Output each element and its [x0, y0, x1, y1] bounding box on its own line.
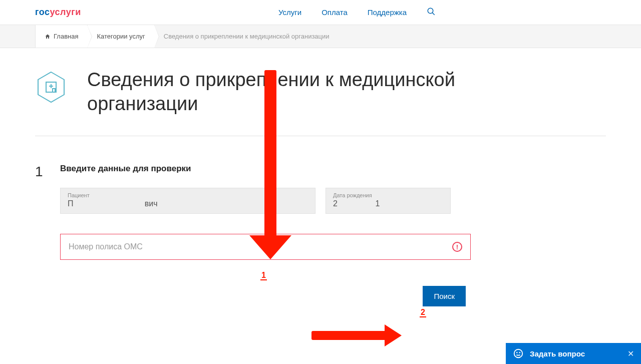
svg-point-7: [514, 349, 523, 358]
svg-point-0: [428, 8, 433, 14]
chat-widget[interactable]: Задать вопрос ✕: [506, 343, 641, 364]
main-content: Сведения о прикреплении к медицинской ор…: [0, 48, 641, 306]
svg-line-1: [432, 13, 435, 15]
breadcrumb: Главная Категории услуг Сведения о прикр…: [0, 25, 641, 48]
site-header: госуслуги Услуги Оплата Поддержка: [0, 0, 641, 25]
step-1-title: Введите данные для проверки: [60, 164, 471, 174]
breadcrumb-home-label: Главная: [54, 33, 78, 40]
svg-rect-6: [53, 89, 55, 92]
nav-support[interactable]: Поддержка: [368, 8, 407, 17]
dob-field: Дата рождения 2 1: [326, 188, 451, 214]
title-row: Сведения о прикреплении к медицинской ор…: [35, 68, 606, 116]
submit-row: Поиск: [60, 286, 471, 306]
breadcrumb-categories-label: Категории услуг: [97, 33, 145, 40]
annotation-arrow-2-body: [311, 331, 387, 340]
patient-field-value: П вич: [68, 199, 308, 208]
section-divider: [35, 136, 606, 136]
step-1-block: Введите данные для проверки Пациент П ви…: [60, 164, 471, 306]
readonly-fields-row: Пациент П вич Дата рождения 2 1: [60, 188, 471, 214]
breadcrumb-current: Сведения о прикреплении к медицинской ор…: [155, 25, 339, 48]
search-button[interactable]: Поиск: [423, 286, 466, 306]
policy-input-row: !: [60, 234, 471, 260]
annotation-label-2: 2: [420, 308, 426, 317]
policy-number-input[interactable]: [69, 242, 452, 251]
dob-field-label: Дата рождения: [333, 192, 443, 198]
top-nav: Услуги Оплата Поддержка: [278, 7, 436, 18]
home-icon: [45, 34, 51, 40]
breadcrumb-current-label: Сведения о прикреплении к медицинской ор…: [164, 33, 330, 40]
nav-services[interactable]: Услуги: [278, 8, 301, 17]
step-1: 1 Введите данные для проверки Пациент П …: [35, 164, 606, 306]
chat-face-icon: [513, 348, 524, 359]
step-1-number: 1: [35, 164, 45, 180]
breadcrumb-categories[interactable]: Категории услуг: [88, 25, 154, 48]
chat-close-icon[interactable]: ✕: [627, 349, 634, 358]
svg-point-8: [517, 352, 517, 353]
error-exclamation-icon: !: [452, 242, 462, 252]
nav-payment[interactable]: Оплата: [322, 8, 348, 17]
breadcrumb-home[interactable]: Главная: [35, 25, 88, 48]
dob-field-value: 2 1: [333, 199, 443, 208]
patient-field: Пациент П вич: [60, 188, 315, 214]
svg-point-9: [519, 352, 520, 353]
chat-widget-label: Задать вопрос: [530, 349, 621, 358]
page-title: Сведения о прикреплении к медицинской ор…: [87, 68, 538, 116]
service-hex-icon: [35, 71, 67, 103]
annotation-arrow-2-head: [385, 324, 402, 346]
logo-part-uslugi: услуги: [50, 7, 81, 17]
search-icon[interactable]: [427, 7, 436, 18]
logo-part-gos: гос: [35, 7, 50, 17]
patient-field-label: Пациент: [68, 192, 308, 198]
site-logo[interactable]: госуслуги: [35, 7, 81, 18]
